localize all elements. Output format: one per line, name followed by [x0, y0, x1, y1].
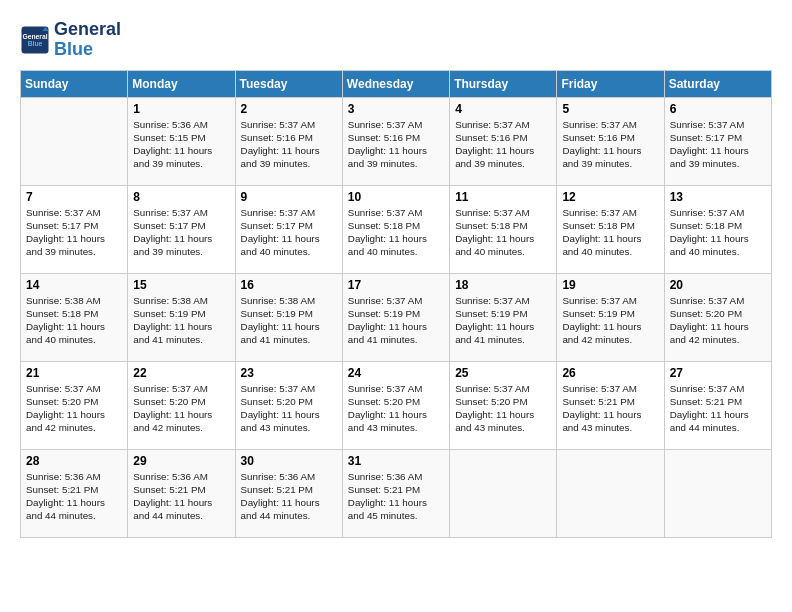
calendar-cell: 18Sunrise: 5:37 AMSunset: 5:19 PMDayligh…: [450, 273, 557, 361]
week-row-2: 7Sunrise: 5:37 AMSunset: 5:17 PMDaylight…: [21, 185, 772, 273]
day-info: Sunrise: 5:37 AMSunset: 5:17 PMDaylight:…: [241, 206, 337, 259]
logo: General Blue GeneralBlue: [20, 20, 121, 60]
calendar-cell: 19Sunrise: 5:37 AMSunset: 5:19 PMDayligh…: [557, 273, 664, 361]
day-number: 21: [26, 366, 122, 380]
day-info: Sunrise: 5:37 AMSunset: 5:17 PMDaylight:…: [26, 206, 122, 259]
page-header: General Blue GeneralBlue: [20, 20, 772, 60]
day-info: Sunrise: 5:37 AMSunset: 5:21 PMDaylight:…: [562, 382, 658, 435]
day-info: Sunrise: 5:38 AMSunset: 5:19 PMDaylight:…: [133, 294, 229, 347]
day-number: 20: [670, 278, 766, 292]
day-number: 1: [133, 102, 229, 116]
day-info: Sunrise: 5:37 AMSunset: 5:16 PMDaylight:…: [455, 118, 551, 171]
calendar-cell: 24Sunrise: 5:37 AMSunset: 5:20 PMDayligh…: [342, 361, 449, 449]
calendar-cell: 15Sunrise: 5:38 AMSunset: 5:19 PMDayligh…: [128, 273, 235, 361]
calendar-cell: [664, 449, 771, 537]
calendar-cell: 9Sunrise: 5:37 AMSunset: 5:17 PMDaylight…: [235, 185, 342, 273]
calendar-cell: [557, 449, 664, 537]
day-number: 23: [241, 366, 337, 380]
day-number: 9: [241, 190, 337, 204]
calendar-cell: [21, 97, 128, 185]
day-number: 17: [348, 278, 444, 292]
day-info: Sunrise: 5:38 AMSunset: 5:19 PMDaylight:…: [241, 294, 337, 347]
day-info: Sunrise: 5:38 AMSunset: 5:18 PMDaylight:…: [26, 294, 122, 347]
day-number: 18: [455, 278, 551, 292]
day-info: Sunrise: 5:37 AMSunset: 5:19 PMDaylight:…: [562, 294, 658, 347]
calendar-cell: 16Sunrise: 5:38 AMSunset: 5:19 PMDayligh…: [235, 273, 342, 361]
logo-icon: General Blue: [20, 25, 50, 55]
day-number: 22: [133, 366, 229, 380]
day-number: 15: [133, 278, 229, 292]
day-number: 16: [241, 278, 337, 292]
calendar-cell: 3Sunrise: 5:37 AMSunset: 5:16 PMDaylight…: [342, 97, 449, 185]
day-info: Sunrise: 5:37 AMSunset: 5:17 PMDaylight:…: [133, 206, 229, 259]
day-info: Sunrise: 5:37 AMSunset: 5:18 PMDaylight:…: [455, 206, 551, 259]
calendar-cell: 7Sunrise: 5:37 AMSunset: 5:17 PMDaylight…: [21, 185, 128, 273]
col-header-wednesday: Wednesday: [342, 70, 449, 97]
week-row-1: 1Sunrise: 5:36 AMSunset: 5:15 PMDaylight…: [21, 97, 772, 185]
week-row-5: 28Sunrise: 5:36 AMSunset: 5:21 PMDayligh…: [21, 449, 772, 537]
day-info: Sunrise: 5:37 AMSunset: 5:16 PMDaylight:…: [562, 118, 658, 171]
calendar-cell: 22Sunrise: 5:37 AMSunset: 5:20 PMDayligh…: [128, 361, 235, 449]
day-number: 14: [26, 278, 122, 292]
calendar-cell: 12Sunrise: 5:37 AMSunset: 5:18 PMDayligh…: [557, 185, 664, 273]
calendar-cell: 6Sunrise: 5:37 AMSunset: 5:17 PMDaylight…: [664, 97, 771, 185]
week-row-3: 14Sunrise: 5:38 AMSunset: 5:18 PMDayligh…: [21, 273, 772, 361]
col-header-monday: Monday: [128, 70, 235, 97]
day-number: 13: [670, 190, 766, 204]
day-info: Sunrise: 5:36 AMSunset: 5:21 PMDaylight:…: [133, 470, 229, 523]
col-header-sunday: Sunday: [21, 70, 128, 97]
day-number: 8: [133, 190, 229, 204]
day-number: 29: [133, 454, 229, 468]
calendar-cell: 5Sunrise: 5:37 AMSunset: 5:16 PMDaylight…: [557, 97, 664, 185]
calendar-cell: 8Sunrise: 5:37 AMSunset: 5:17 PMDaylight…: [128, 185, 235, 273]
day-number: 25: [455, 366, 551, 380]
day-info: Sunrise: 5:37 AMSunset: 5:19 PMDaylight:…: [455, 294, 551, 347]
calendar-cell: 29Sunrise: 5:36 AMSunset: 5:21 PMDayligh…: [128, 449, 235, 537]
calendar-cell: 2Sunrise: 5:37 AMSunset: 5:16 PMDaylight…: [235, 97, 342, 185]
svg-text:General: General: [22, 32, 47, 39]
calendar-cell: 30Sunrise: 5:36 AMSunset: 5:21 PMDayligh…: [235, 449, 342, 537]
day-number: 7: [26, 190, 122, 204]
calendar-cell: 26Sunrise: 5:37 AMSunset: 5:21 PMDayligh…: [557, 361, 664, 449]
calendar-cell: 20Sunrise: 5:37 AMSunset: 5:20 PMDayligh…: [664, 273, 771, 361]
calendar-cell: 31Sunrise: 5:36 AMSunset: 5:21 PMDayligh…: [342, 449, 449, 537]
day-number: 12: [562, 190, 658, 204]
calendar-table: SundayMondayTuesdayWednesdayThursdayFrid…: [20, 70, 772, 538]
day-info: Sunrise: 5:37 AMSunset: 5:17 PMDaylight:…: [670, 118, 766, 171]
calendar-cell: 13Sunrise: 5:37 AMSunset: 5:18 PMDayligh…: [664, 185, 771, 273]
day-number: 28: [26, 454, 122, 468]
day-number: 24: [348, 366, 444, 380]
day-info: Sunrise: 5:37 AMSunset: 5:20 PMDaylight:…: [348, 382, 444, 435]
day-number: 26: [562, 366, 658, 380]
calendar-cell: 23Sunrise: 5:37 AMSunset: 5:20 PMDayligh…: [235, 361, 342, 449]
day-number: 10: [348, 190, 444, 204]
calendar-cell: 4Sunrise: 5:37 AMSunset: 5:16 PMDaylight…: [450, 97, 557, 185]
day-info: Sunrise: 5:37 AMSunset: 5:20 PMDaylight:…: [241, 382, 337, 435]
day-number: 27: [670, 366, 766, 380]
day-info: Sunrise: 5:37 AMSunset: 5:20 PMDaylight:…: [26, 382, 122, 435]
day-number: 11: [455, 190, 551, 204]
day-info: Sunrise: 5:36 AMSunset: 5:21 PMDaylight:…: [26, 470, 122, 523]
calendar-cell: 1Sunrise: 5:36 AMSunset: 5:15 PMDaylight…: [128, 97, 235, 185]
col-header-saturday: Saturday: [664, 70, 771, 97]
calendar-cell: 10Sunrise: 5:37 AMSunset: 5:18 PMDayligh…: [342, 185, 449, 273]
day-info: Sunrise: 5:37 AMSunset: 5:18 PMDaylight:…: [348, 206, 444, 259]
day-number: 31: [348, 454, 444, 468]
day-number: 4: [455, 102, 551, 116]
day-info: Sunrise: 5:37 AMSunset: 5:19 PMDaylight:…: [348, 294, 444, 347]
day-info: Sunrise: 5:37 AMSunset: 5:20 PMDaylight:…: [670, 294, 766, 347]
day-number: 3: [348, 102, 444, 116]
header-row: SundayMondayTuesdayWednesdayThursdayFrid…: [21, 70, 772, 97]
calendar-cell: 28Sunrise: 5:36 AMSunset: 5:21 PMDayligh…: [21, 449, 128, 537]
calendar-cell: 11Sunrise: 5:37 AMSunset: 5:18 PMDayligh…: [450, 185, 557, 273]
svg-text:Blue: Blue: [28, 40, 43, 47]
calendar-cell: 17Sunrise: 5:37 AMSunset: 5:19 PMDayligh…: [342, 273, 449, 361]
day-number: 2: [241, 102, 337, 116]
col-header-friday: Friday: [557, 70, 664, 97]
day-info: Sunrise: 5:37 AMSunset: 5:16 PMDaylight:…: [348, 118, 444, 171]
day-info: Sunrise: 5:37 AMSunset: 5:18 PMDaylight:…: [670, 206, 766, 259]
day-number: 30: [241, 454, 337, 468]
calendar-cell: [450, 449, 557, 537]
day-info: Sunrise: 5:36 AMSunset: 5:21 PMDaylight:…: [241, 470, 337, 523]
col-header-thursday: Thursday: [450, 70, 557, 97]
